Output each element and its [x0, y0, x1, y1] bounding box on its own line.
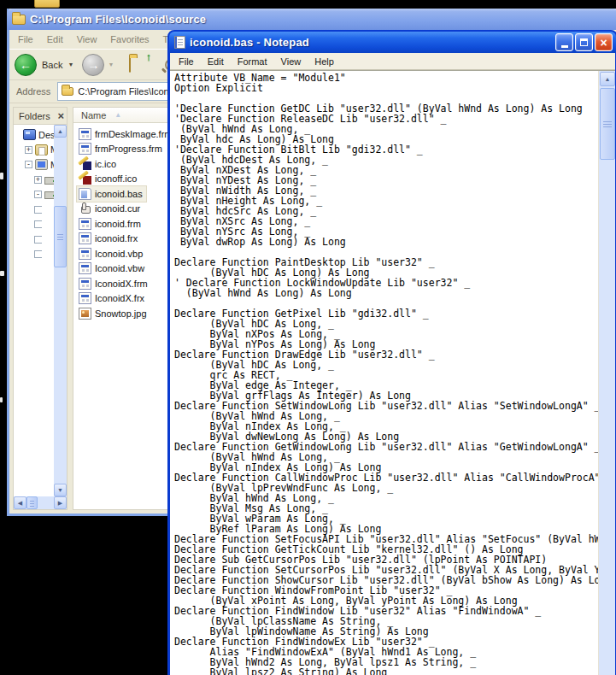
background-window-fragment: [34, 0, 60, 8]
explorer-menu-favorites[interactable]: Favorites: [103, 32, 155, 47]
expander-stub: [34, 236, 42, 244]
desktop-text-artifact: [0, 173, 3, 179]
computer-icon: [35, 159, 48, 170]
desktop-icon: [23, 129, 36, 140]
vb-form-icon: [79, 278, 91, 290]
vb-form-icon: [79, 262, 91, 274]
expander-stub: [15, 131, 21, 138]
notepad-window: iconoid.bas - Notepad × FileEditFormatVi…: [167, 30, 616, 675]
file-name: iconoid.bas: [95, 189, 143, 199]
address-label: Address: [16, 86, 50, 97]
vb-form-icon: [79, 218, 91, 230]
vb-form-icon: [79, 232, 91, 244]
tree-hscroll-thumb[interactable]: [26, 496, 38, 509]
file-item-frmdeskimage.frm[interactable]: frmDeskImage.frm: [77, 126, 175, 142]
desktop-text-artifact: [0, 271, 4, 276]
explorer-titlebar[interactable]: C:\Program Files\Iconoid\source: [7, 9, 616, 30]
explorer-folder-icon: [12, 15, 26, 25]
file-item-iconoid.cur[interactable]: iconoid.cur: [77, 202, 144, 217]
minimize-button[interactable]: [555, 33, 573, 51]
desktop-text-artifact: [0, 397, 3, 402]
scroll-up-icon[interactable]: ▲: [54, 125, 67, 138]
back-dropdown-icon[interactable]: ▼: [67, 62, 73, 68]
notepad-text-area[interactable]: Attribute VB_Name = "Module1" Option Exp…: [170, 70, 615, 675]
collapse-icon[interactable]: -: [25, 161, 32, 168]
notepad-scroll-thumb[interactable]: [600, 88, 615, 160]
scroll-down-icon[interactable]: ▼: [54, 484, 67, 496]
scroll-right-icon[interactable]: ▶: [54, 496, 67, 509]
notepad-menu-file[interactable]: File: [172, 54, 201, 69]
file-name: iconoff.ico: [95, 173, 137, 184]
vb-form-icon: [79, 248, 91, 260]
tree-horizontal-scrollbar[interactable]: ◀ ▶: [14, 496, 67, 509]
address-folder-icon: [62, 87, 73, 96]
expand-icon[interactable]: +: [25, 146, 32, 154]
explorer-menu-view[interactable]: View: [70, 32, 104, 47]
notepad-window-title: iconoid.bas - Notepad: [190, 36, 555, 49]
file-item-iconoidx.frx[interactable]: IconoidX.frx: [77, 291, 148, 307]
vb-form-icon: [79, 128, 91, 140]
explorer-menu-file[interactable]: File: [11, 32, 40, 47]
folders-close-icon[interactable]: ×: [57, 111, 64, 120]
scroll-left-icon[interactable]: ◀: [14, 496, 26, 509]
expander-stub: [34, 206, 42, 214]
tree-scroll-thumb[interactable]: [54, 206, 67, 267]
file-name: IconoidX.frx: [95, 293, 144, 303]
file-item-iconoid.frm[interactable]: iconoid.frm: [77, 216, 144, 232]
tree-vertical-scrollbar[interactable]: ▲ ▼: [54, 125, 67, 496]
file-item-iconoidx.frm[interactable]: IconoidX.frm: [77, 276, 151, 291]
notepad-menu-edit[interactable]: Edit: [201, 54, 231, 69]
vb-form-icon: [79, 143, 91, 155]
ico-file-blue-icon: [79, 158, 91, 170]
documents-icon: [35, 144, 48, 156]
file-item-iconoid.frx[interactable]: iconoid.frx: [77, 232, 141, 247]
sort-ascending-icon: ▲: [114, 111, 121, 119]
notepad-menu-help[interactable]: Help: [308, 54, 341, 69]
file-name: IconoidX.frm: [95, 279, 148, 289]
file-name: Iconoid.vbw: [95, 263, 144, 273]
file-item-iconoid.vbp[interactable]: Iconoid.vbp: [77, 246, 146, 261]
close-icon: ×: [600, 37, 607, 49]
file-name: Snowtop.jpg: [95, 308, 147, 319]
expand-icon[interactable]: +: [34, 176, 42, 184]
folders-tree: Desktop+My Documents-My Computer+- ▲ ▼ ◀…: [14, 125, 67, 509]
forward-dropdown-icon[interactable]: ▼: [108, 62, 114, 68]
file-name: iconoid.frm: [95, 219, 141, 229]
cursor-file-icon: [79, 202, 91, 214]
folders-pane: Folders × Desktop+My Documents-My Comput…: [13, 107, 67, 510]
back-button[interactable]: ←: [15, 54, 37, 76]
up-folder-button[interactable]: ↑: [129, 57, 148, 73]
folders-pane-title: Folders: [19, 111, 57, 121]
image-file-icon: [79, 308, 91, 320]
notepad-titlebar[interactable]: iconoid.bas - Notepad ×: [169, 32, 616, 53]
file-name: iconoid.cur: [95, 203, 140, 214]
vb-form-icon: [79, 292, 91, 304]
close-button[interactable]: ×: [595, 33, 613, 51]
notepad-menubar: FileEditFormatViewHelp: [170, 53, 615, 70]
vb-module-icon: [79, 188, 91, 200]
file-name: Iconoid.vbp: [95, 249, 143, 259]
explorer-menu-edit[interactable]: Edit: [40, 32, 70, 47]
file-item-ic.ico[interactable]: ic.ico: [77, 156, 120, 172]
expander-stub: [34, 250, 42, 258]
scroll-up-icon[interactable]: ▲: [600, 72, 615, 86]
name-column-label: Name: [81, 110, 106, 120]
collapse-icon[interactable]: -: [34, 191, 42, 198]
file-item-iconoff.ico[interactable]: iconoff.ico: [77, 172, 140, 187]
notepad-menu-view[interactable]: View: [274, 54, 308, 69]
ico-file-red-icon: [79, 173, 91, 185]
file-item-snowtop.jpg[interactable]: Snowtop.jpg: [77, 306, 150, 321]
maximize-button[interactable]: [575, 33, 593, 51]
notepad-vertical-scrollbar[interactable]: ▲: [598, 71, 615, 675]
file-item-iconoid.bas[interactable]: iconoid.bas: [77, 186, 146, 202]
up-folder-icon: [129, 56, 131, 73]
code-text[interactable]: Attribute VB_Name = "Module1" Option Exp…: [170, 71, 615, 675]
notepad-icon: [174, 36, 185, 49]
file-item-iconoid.vbw[interactable]: Iconoid.vbw: [77, 261, 148, 277]
file-item-frmprogress.frm[interactable]: frmProgress.frm: [77, 142, 166, 157]
forward-button[interactable]: →: [82, 54, 104, 76]
minimize-icon: [561, 45, 568, 48]
explorer-window-title: C:\Program Files\Iconoid\source: [30, 13, 615, 26]
up-arrow-icon: ↑: [146, 50, 152, 63]
notepad-menu-format[interactable]: Format: [231, 54, 274, 69]
